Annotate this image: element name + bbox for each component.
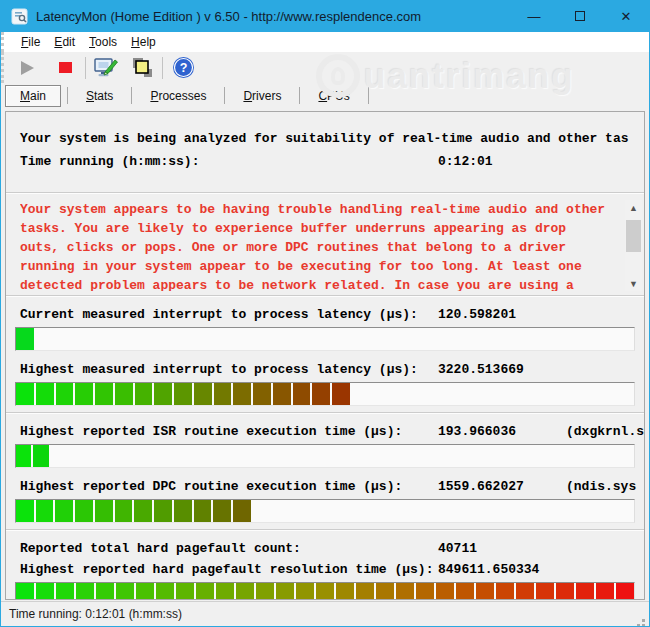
minimize-button[interactable]: — <box>511 0 557 32</box>
stop-button[interactable] <box>50 55 80 81</box>
svg-text:?: ? <box>179 61 187 75</box>
analysis-line: Your system is being analyzed for suitab… <box>6 131 644 147</box>
menu-edit[interactable]: Edit <box>47 33 82 51</box>
current-latency-meter <box>15 327 635 351</box>
isr-time-meter <box>15 444 635 468</box>
metric-label: Reported total hard pagefault count: <box>20 541 438 557</box>
tab-processes[interactable]: Processes <box>138 86 218 106</box>
analyze-system-button[interactable] <box>91 55 121 81</box>
scroll-down-icon[interactable]: ▼ <box>625 276 642 291</box>
metric-value: 1559.662027 <box>438 479 566 495</box>
stop-icon <box>59 62 72 73</box>
menu-file[interactable]: File <box>14 33 47 51</box>
status-bar: Time running: 0:12:01 (h:mm:ss) <box>1 601 649 626</box>
scroll-up-icon[interactable]: ▲ <box>625 200 642 215</box>
tab-separator <box>67 87 68 104</box>
tab-cpus[interactable]: CPUs <box>306 86 361 106</box>
processes-icon <box>130 56 154 80</box>
play-button[interactable] <box>12 55 42 81</box>
tab-separator <box>131 87 132 104</box>
time-running-label: Time running (h:mm:ss): <box>20 154 438 170</box>
metric-label: Highest reported hard pagefault resoluti… <box>20 562 438 578</box>
dpc-time-meter <box>15 499 635 523</box>
metric-label: Current measured interrupt to process la… <box>20 307 438 323</box>
maximize-button[interactable] <box>557 0 603 32</box>
metric-value: 40711 <box>438 541 566 557</box>
latencymon-window: LatencyMon (Home Edition ) v 6.50 - http… <box>0 0 650 627</box>
processes-button[interactable] <box>127 55 157 81</box>
play-icon <box>21 61 34 75</box>
status-text: Time running: 0:12:01 (h:mm:ss) <box>9 607 182 621</box>
time-running-value: 0:12:01 <box>438 154 566 170</box>
metric-value: 120.598201 <box>438 307 566 323</box>
menu-help[interactable]: Help <box>124 33 163 51</box>
metric-driver: (ndis.sys - Networ <box>566 479 644 495</box>
menu-tools[interactable]: Tools <box>82 33 124 51</box>
metric-value: 193.966036 <box>438 424 566 440</box>
warning-block: Your system appears to be having trouble… <box>6 194 644 295</box>
title-bar: LatencyMon (Home Edition ) v 6.50 - http… <box>1 0 649 32</box>
help-button[interactable]: ? <box>168 55 198 81</box>
toolbar-separator <box>162 57 163 79</box>
latency-metrics: Current measured interrupt to process la… <box>6 297 644 406</box>
metric-driver: (dxgkrnl.sys - Dire <box>566 424 644 440</box>
tab-separator <box>299 87 300 104</box>
tab-separator <box>368 87 369 104</box>
toolbar: ? <box>1 52 649 83</box>
scrollbar-thumb[interactable] <box>626 220 641 252</box>
tab-bar: Main Stats Processes Drivers CPUs <box>1 83 649 108</box>
app-icon <box>11 8 28 25</box>
monitor-analyze-icon <box>93 56 119 80</box>
pagefault-metrics: Reported total hard pagefault count: 407… <box>6 531 644 600</box>
menu-bar: File Edit Tools Help <box>1 32 649 52</box>
resize-grip[interactable] <box>642 619 645 622</box>
warning-scrollbar[interactable]: ▲ ▼ <box>625 200 642 291</box>
isr-dpc-metrics: Highest reported ISR routine execution t… <box>6 414 644 523</box>
pagefault-time-meter <box>15 582 635 600</box>
help-icon: ? <box>172 56 195 79</box>
highest-latency-meter <box>15 382 635 406</box>
main-panel: Your system is being analyzed for suitab… <box>5 111 645 600</box>
maximize-icon <box>575 11 585 21</box>
window-title: LatencyMon (Home Edition ) v 6.50 - http… <box>36 9 421 24</box>
close-button[interactable]: ✕ <box>603 0 649 32</box>
metric-value: 849611.650334 <box>438 562 566 578</box>
metric-label: Highest measured interrupt to process la… <box>20 362 438 378</box>
tab-main[interactable]: Main <box>5 85 61 107</box>
metric-label: Highest reported DPC routine execution t… <box>20 479 438 495</box>
tab-stats[interactable]: Stats <box>74 86 125 106</box>
metric-value: 3220.513669 <box>438 362 566 378</box>
tab-drivers[interactable]: Drivers <box>231 86 293 106</box>
analysis-summary: Your system is being analyzed for suitab… <box>6 112 644 192</box>
tab-separator <box>224 87 225 104</box>
warning-text: Your system appears to be having trouble… <box>20 200 623 291</box>
toolbar-separator <box>85 57 86 79</box>
metric-label: Highest reported ISR routine execution t… <box>20 424 438 440</box>
